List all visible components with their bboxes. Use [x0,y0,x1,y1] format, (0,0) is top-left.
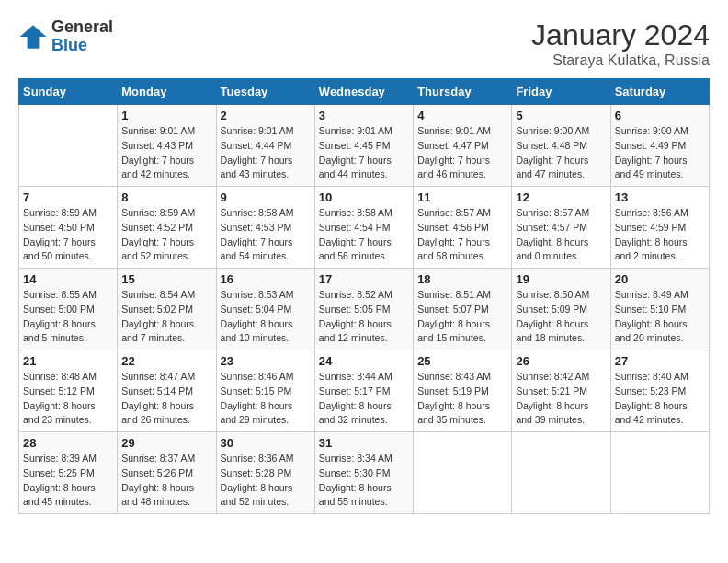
day-cell: 25 Sunrise: 8:43 AM Sunset: 5:19 PM Dayl… [414,350,512,432]
day-number: 27 [615,354,705,368]
day-number: 11 [417,190,507,204]
logo-icon [18,22,48,52]
day-cell: 14 Sunrise: 8:55 AM Sunset: 5:00 PM Dayl… [19,269,118,350]
day-info: Sunrise: 8:34 AM Sunset: 5:30 PM Dayligh… [319,452,409,510]
sunrise: Sunrise: 8:59 AM [121,207,195,218]
day-cell: 16 Sunrise: 8:53 AM Sunset: 5:04 PM Dayl… [216,269,314,350]
sunset: Sunset: 5:00 PM [23,304,95,315]
day-cell: 31 Sunrise: 8:34 AM Sunset: 5:30 PM Dayl… [314,432,413,514]
day-number: 2 [221,109,311,122]
daylight: Daylight: 7 hours and 52 minutes. [121,236,194,262]
daylight: Daylight: 8 hours and 15 minutes. [417,318,490,344]
day-cell: 18 Sunrise: 8:51 AM Sunset: 5:07 PM Dayl… [414,269,512,350]
column-header-saturday: Saturday [610,79,709,105]
daylight: Daylight: 7 hours and 46 minutes. [417,155,490,180]
day-number: 30 [221,436,311,450]
daylight: Daylight: 8 hours and 5 minutes. [23,318,96,344]
sunset: Sunset: 5:09 PM [516,304,587,315]
sunrise: Sunrise: 8:50 AM [516,289,589,300]
day-number: 5 [516,109,606,122]
day-info: Sunrise: 9:01 AM Sunset: 4:47 PM Dayligh… [417,124,507,182]
sunset: Sunset: 5:15 PM [221,385,292,396]
day-cell: 28 Sunrise: 8:39 AM Sunset: 5:25 PM Dayl… [19,432,118,514]
daylight: Daylight: 8 hours and 20 minutes. [615,318,688,344]
sunset: Sunset: 5:14 PM [121,385,193,396]
day-cell: 21 Sunrise: 8:48 AM Sunset: 5:12 PM Dayl… [19,350,118,432]
logo-line2: Blue [51,37,113,55]
day-info: Sunrise: 8:56 AM Sunset: 4:59 PM Dayligh… [615,206,705,264]
day-number: 3 [319,109,409,122]
day-number: 12 [516,190,606,204]
sunrise: Sunrise: 9:01 AM [319,125,392,136]
daylight: Daylight: 8 hours and 12 minutes. [319,318,392,344]
day-number: 20 [615,272,705,286]
day-cell: 26 Sunrise: 8:42 AM Sunset: 5:21 PM Dayl… [512,350,610,432]
day-info: Sunrise: 8:54 AM Sunset: 5:02 PM Dayligh… [121,288,211,346]
sunrise: Sunrise: 8:58 AM [221,207,294,218]
sunrise: Sunrise: 8:51 AM [417,289,491,300]
sunset: Sunset: 5:28 PM [221,467,292,478]
day-number: 9 [221,190,311,204]
week-row-1: 1 Sunrise: 9:01 AM Sunset: 4:43 PM Dayli… [19,105,710,187]
daylight: Daylight: 8 hours and 0 minutes. [516,236,588,262]
day-number: 7 [23,190,113,204]
sunrise: Sunrise: 8:56 AM [615,207,688,218]
sunrise: Sunrise: 8:54 AM [121,289,195,300]
sunset: Sunset: 5:05 PM [319,304,391,315]
sunrise: Sunrise: 8:49 AM [615,289,688,300]
sunset: Sunset: 4:44 PM [221,140,292,151]
day-cell [512,432,610,514]
day-info: Sunrise: 8:59 AM Sunset: 4:50 PM Dayligh… [23,206,113,264]
day-info: Sunrise: 9:01 AM Sunset: 4:45 PM Dayligh… [319,124,409,182]
sunrise: Sunrise: 8:43 AM [417,371,491,382]
sunset: Sunset: 4:54 PM [319,222,391,233]
sunrise: Sunrise: 8:57 AM [516,207,589,218]
sunrise: Sunrise: 8:57 AM [417,207,491,218]
day-cell: 12 Sunrise: 8:57 AM Sunset: 4:57 PM Dayl… [512,187,610,269]
sunrise: Sunrise: 8:42 AM [516,371,589,382]
day-info: Sunrise: 8:40 AM Sunset: 5:23 PM Dayligh… [615,370,705,428]
day-info: Sunrise: 8:49 AM Sunset: 5:10 PM Dayligh… [615,288,705,346]
sunset: Sunset: 5:19 PM [417,385,489,396]
day-info: Sunrise: 8:59 AM Sunset: 4:52 PM Dayligh… [121,206,211,264]
day-number: 4 [417,109,507,122]
sunrise: Sunrise: 8:36 AM [221,453,294,464]
daylight: Daylight: 8 hours and 23 minutes. [23,400,96,426]
day-cell: 10 Sunrise: 8:58 AM Sunset: 4:54 PM Dayl… [314,187,413,269]
daylight: Daylight: 7 hours and 49 minutes. [615,155,688,180]
day-number: 15 [121,272,211,286]
column-header-wednesday: Wednesday [314,79,413,105]
sunset: Sunset: 5:02 PM [121,304,193,315]
sunrise: Sunrise: 8:40 AM [615,371,688,382]
sunrise: Sunrise: 8:39 AM [23,453,97,464]
day-number: 29 [121,436,211,450]
sunrise: Sunrise: 8:37 AM [121,453,195,464]
sunset: Sunset: 4:43 PM [121,140,193,151]
daylight: Daylight: 8 hours and 42 minutes. [615,400,688,426]
sunrise: Sunrise: 8:46 AM [221,371,294,382]
day-number: 10 [319,190,409,204]
day-cell: 27 Sunrise: 8:40 AM Sunset: 5:23 PM Dayl… [610,350,709,432]
sunset: Sunset: 5:04 PM [221,304,292,315]
week-row-2: 7 Sunrise: 8:59 AM Sunset: 4:50 PM Dayli… [19,187,710,269]
day-info: Sunrise: 8:58 AM Sunset: 4:53 PM Dayligh… [221,206,311,264]
day-number: 14 [23,272,113,286]
sunset: Sunset: 4:53 PM [221,222,292,233]
sunset: Sunset: 4:56 PM [417,222,489,233]
daylight: Daylight: 8 hours and 2 minutes. [615,236,688,262]
day-info: Sunrise: 8:57 AM Sunset: 4:56 PM Dayligh… [417,206,507,264]
week-row-5: 28 Sunrise: 8:39 AM Sunset: 5:25 PM Dayl… [19,432,710,514]
day-info: Sunrise: 8:39 AM Sunset: 5:25 PM Dayligh… [23,452,113,510]
header-row: SundayMondayTuesdayWednesdayThursdayFrid… [19,79,710,105]
daylight: Daylight: 8 hours and 7 minutes. [121,318,194,344]
day-number: 18 [417,272,507,286]
daylight: Daylight: 7 hours and 58 minutes. [417,236,490,262]
sunset: Sunset: 5:12 PM [23,385,95,396]
daylight: Daylight: 8 hours and 39 minutes. [516,400,588,426]
day-number: 8 [121,190,211,204]
sunrise: Sunrise: 8:59 AM [23,207,97,218]
sunset: Sunset: 5:21 PM [516,385,587,396]
column-header-sunday: Sunday [19,79,118,105]
daylight: Daylight: 7 hours and 56 minutes. [319,236,392,262]
daylight: Daylight: 8 hours and 45 minutes. [23,482,96,508]
